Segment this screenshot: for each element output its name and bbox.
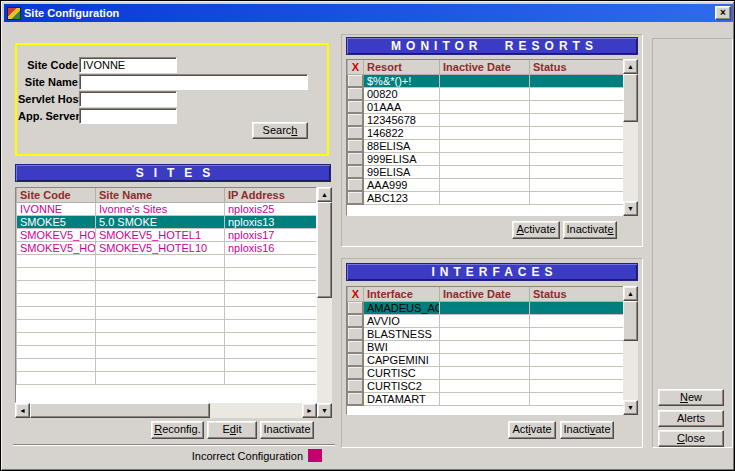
cell	[440, 100, 530, 113]
search-button[interactable]: Search	[252, 122, 308, 139]
interface-row[interactable]: AVVIO	[348, 314, 624, 327]
row-selector-cell[interactable]	[348, 126, 364, 139]
scroll-up-icon[interactable]: ▲	[317, 187, 332, 202]
scrollbar-thumb[interactable]	[30, 403, 210, 418]
row-selector-cell[interactable]	[348, 353, 364, 366]
column-header[interactable]: Status	[530, 287, 624, 301]
scrollbar-thumb[interactable]	[623, 74, 638, 122]
monitor-resort-row[interactable]: ABC123	[348, 191, 624, 204]
interface-row[interactable]: AMADEUS_ACCOR	[348, 301, 624, 314]
title-bar[interactable]: Site Configuration ×	[4, 4, 733, 22]
scroll-down-icon[interactable]: ▼	[623, 400, 638, 415]
site-code-input[interactable]	[79, 57, 177, 73]
sites-inactivate-button[interactable]: Inactivate	[260, 421, 314, 439]
new-button[interactable]: New	[658, 389, 724, 406]
cell: CURTISC2	[364, 379, 440, 392]
row-selector-cell[interactable]	[348, 165, 364, 178]
scrollbar-thumb[interactable]	[623, 301, 638, 341]
interface-row[interactable]: CURTISC	[348, 366, 624, 379]
edit-button[interactable]: Edit	[207, 421, 257, 439]
row-selector-cell[interactable]	[348, 379, 364, 392]
scroll-right-icon[interactable]: ►	[302, 403, 317, 418]
cell	[96, 345, 225, 358]
row-selector-cell[interactable]	[348, 301, 364, 314]
column-header[interactable]: Status	[530, 60, 624, 74]
site-name-input[interactable]	[79, 74, 308, 90]
cell	[225, 332, 317, 345]
monitor-resort-row[interactable]: 88ELISA	[348, 139, 624, 152]
column-header[interactable]: Interface	[364, 287, 440, 301]
cell	[530, 379, 624, 392]
servlet-host-input[interactable]	[79, 91, 177, 107]
scroll-down-icon[interactable]: ▼	[623, 201, 638, 216]
app-server-input[interactable]	[79, 108, 177, 124]
row-selector-cell[interactable]	[348, 152, 364, 165]
monitor-resort-row[interactable]: 99ELISA	[348, 165, 624, 178]
monitor-vscrollbar[interactable]: ▲ ▼	[623, 59, 638, 216]
close-button[interactable]: Close	[658, 430, 724, 447]
sites-row[interactable]: SMOKE55.0 SMOKEnploxis13	[17, 215, 317, 228]
close-icon[interactable]: ×	[715, 6, 731, 20]
cell	[440, 314, 530, 327]
row-selector-cell[interactable]	[348, 139, 364, 152]
monitor-resort-row[interactable]: 999ELISA	[348, 152, 624, 165]
sites-vscrollbar[interactable]: ▲ ▼	[317, 187, 332, 418]
cell	[530, 113, 624, 126]
interface-row[interactable]: CAPGEMINI	[348, 353, 624, 366]
column-header[interactable]: Inactive Date	[440, 287, 530, 301]
cell	[96, 358, 225, 371]
interfaces-inactivate-button[interactable]: Inactivate	[560, 421, 614, 439]
cell	[17, 332, 96, 345]
row-selector-cell[interactable]	[348, 178, 364, 191]
column-header[interactable]: Site Code	[17, 188, 96, 202]
scroll-left-icon[interactable]: ◄	[15, 403, 30, 418]
cell: ABC123	[364, 191, 440, 204]
cell	[96, 293, 225, 306]
interfaces-activate-button[interactable]: Activate	[508, 421, 556, 439]
monitor-resort-row[interactable]: $%&*()+!	[348, 74, 624, 87]
scroll-up-icon[interactable]: ▲	[623, 59, 638, 74]
monitor-resort-row[interactable]: AAA999	[348, 178, 624, 191]
row-selector-cell[interactable]	[348, 191, 364, 204]
cell	[530, 87, 624, 100]
sites-hscrollbar[interactable]: ◄ ►	[15, 403, 317, 418]
monitor-resort-row[interactable]: 146822	[348, 126, 624, 139]
monitor-activate-button[interactable]: Activate	[512, 221, 560, 239]
cell	[440, 353, 530, 366]
sites-row[interactable]: SMOKEV5_HOTELSMOKEV5_HOTEL1nploxis17	[17, 228, 317, 241]
row-selector-cell[interactable]	[348, 100, 364, 113]
column-header[interactable]: Resort	[364, 60, 440, 74]
interface-row[interactable]: CURTISC2	[348, 379, 624, 392]
scrollbar-thumb[interactable]	[317, 202, 332, 298]
interfaces-vscrollbar[interactable]: ▲ ▼	[623, 286, 638, 415]
scroll-down-icon[interactable]: ▼	[317, 403, 332, 418]
row-selector-cell[interactable]	[348, 113, 364, 126]
row-selector-cell[interactable]	[348, 87, 364, 100]
column-header[interactable]: Site Name	[96, 188, 225, 202]
monitor-inactivate-button[interactable]: Inactivate	[563, 221, 617, 239]
interface-row[interactable]: BLASTNESS	[348, 327, 624, 340]
column-header[interactable]: Inactive Date	[440, 60, 530, 74]
monitor-resort-row[interactable]: 12345678	[348, 113, 624, 126]
sites-row-empty	[17, 332, 317, 345]
sites-row[interactable]: IVONNEIvonne's Sitesnploxis25	[17, 202, 317, 215]
row-selector-cell[interactable]	[348, 366, 364, 379]
alerts-button[interactable]: Alerts	[658, 410, 724, 427]
row-selector-cell[interactable]	[348, 314, 364, 327]
column-header[interactable]: IP Address	[225, 188, 317, 202]
scroll-up-icon[interactable]: ▲	[623, 286, 638, 301]
interface-row[interactable]: DATAMART	[348, 392, 624, 405]
row-selector-cell[interactable]	[348, 340, 364, 353]
row-selector-cell[interactable]	[348, 392, 364, 405]
interface-row[interactable]: BWI	[348, 340, 624, 353]
row-selector-cell[interactable]	[348, 327, 364, 340]
reconfig-button[interactable]: Reconfig.	[151, 421, 204, 439]
cell: Ivonne's Sites	[96, 202, 225, 215]
interfaces-table: X Interface Inactive Date Status AMADEUS…	[346, 286, 638, 415]
sites-row[interactable]: SMOKEV5_HOTELSMOKEV5_HOTEL10nploxis16	[17, 241, 317, 254]
monitor-resort-row[interactable]: 01AAA	[348, 100, 624, 113]
cell	[440, 152, 530, 165]
interfaces-header-row: X Interface Inactive Date Status	[348, 287, 624, 301]
row-selector-cell[interactable]	[348, 74, 364, 87]
monitor-resort-row[interactable]: 00820	[348, 87, 624, 100]
